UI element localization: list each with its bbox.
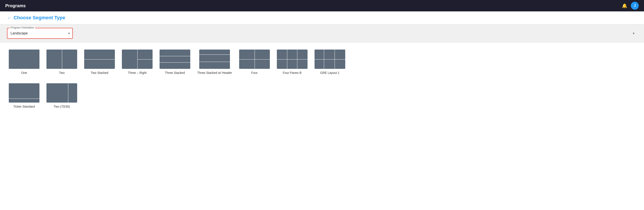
header-icons: 🔔 J [622,2,639,10]
layout-thumbnail-two [46,50,77,69]
app-title: Programs [5,3,26,8]
layout-thumbnail-four [239,50,270,69]
layout-item-four[interactable]: Four [239,50,270,74]
layout-item-three-right[interactable]: Three – Right [122,50,152,74]
page-title: Choose Segment Type [14,15,65,20]
layout-label-gre: GRE Layout 1 [320,71,340,74]
layout-item-three-stacked[interactable]: Three Stacked [160,50,190,74]
dropdown-arrow-icon: ▾ [633,32,634,35]
layout-label-four: Four [251,71,258,74]
layout-item-ticker[interactable]: Ticker Standard [9,83,40,108]
layout-thumbnail-three-stacked-header [199,50,230,69]
layout-thumbnail-ticker [9,83,40,102]
orientation-label: Program Orientation [10,26,35,29]
layout-item-two-stacked[interactable]: Two Stacked [84,50,115,74]
layout-label-two-stacked: Two Stacked [91,71,108,74]
page-content: ← Choose Segment Type Program Orientatio… [0,12,644,210]
orientation-select[interactable]: Program Orientation Landscape ▾ [7,28,73,39]
layout-label-one: One [21,71,27,74]
layout-item-two[interactable]: Two [46,50,77,74]
layouts-area: One Two Two Stacked [0,42,644,124]
layout-label-four-panes-b: Four Panes B [283,71,302,74]
layout-thumbnail-one [9,50,40,69]
app-header: Programs 🔔 J [0,0,644,12]
top-bar: ← Choose Segment Type [0,12,644,24]
orientation-value[interactable]: Landscape [8,28,72,38]
layouts-row-2: Ticker Standard Two (70/30) [9,83,635,108]
layout-thumbnail-gre [314,50,345,69]
selector-area: Program Orientation Landscape ▾ ▾ [0,24,644,42]
layout-item-three-stacked-header[interactable]: Three Stacked w/ Header [197,50,232,74]
layout-item-one[interactable]: One [9,50,40,74]
layout-thumbnail-four-panes-b [277,50,308,69]
user-avatar[interactable]: J [631,2,639,10]
layout-thumbnail-three-stacked [160,50,190,69]
layout-item-gre[interactable]: GRE Layout 1 [314,50,345,74]
layout-label-three-right: Three – Right [128,71,147,74]
layout-item-two-7030[interactable]: Two (70/30) [46,83,77,108]
layout-label-two-7030: Two (70/30) [54,105,70,108]
layout-thumbnail-three-right [122,50,152,69]
layout-label-three-stacked: Three Stacked [165,71,185,74]
layout-thumbnail-two-stacked [84,50,115,69]
layout-label-ticker: Ticker Standard [13,105,35,108]
back-button[interactable]: ← [7,15,12,20]
layouts-row-1: One Two Two Stacked [9,50,635,74]
layout-thumbnail-two-7030 [46,83,77,102]
layout-label-three-stacked-header: Three Stacked w/ Header [197,71,232,74]
notification-bell-icon[interactable]: 🔔 [622,3,627,8]
layout-item-four-panes-b[interactable]: Four Panes B [277,50,308,74]
layout-label-two: Two [59,71,65,74]
